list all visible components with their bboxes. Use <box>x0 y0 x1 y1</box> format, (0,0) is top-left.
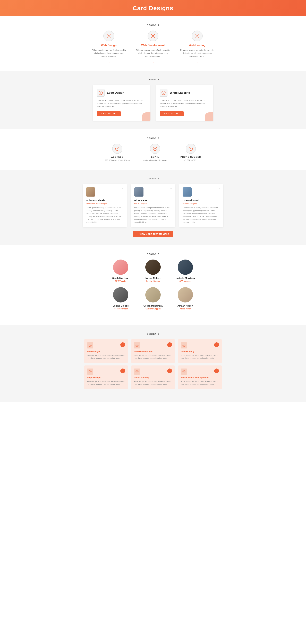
design4-card3-role: Graphic Designer <box>183 202 220 204</box>
design6-card5-desc: Et harum quidem rerum facilis expedita d… <box>134 380 172 386</box>
design3-card2-info: contact@mxbitservices.com <box>143 159 167 161</box>
design4-card3-name: Guto Ellwood <box>183 199 220 202</box>
card6-arrow-btn[interactable]: → <box>214 368 219 373</box>
svg-text:M: M <box>154 148 156 150</box>
isabella-role: SEO Manager <box>180 280 191 282</box>
card5-arrow-btn[interactable]: → <box>167 368 172 373</box>
isabella-name: Isabella Morrison <box>176 277 195 280</box>
design2-card1-button[interactable]: GET STARTED → <box>97 111 121 116</box>
web-design-icon-d6: M <box>87 342 93 348</box>
design4-card1-top: " <box>86 188 123 196</box>
design1-card3-arrow[interactable]: → <box>196 60 199 64</box>
design4-card1-role: WordPress-Web Designer <box>86 202 123 204</box>
design1-card2-desc: Et harum quidem rerum facilis expedita d… <box>134 48 172 58</box>
design6-card4-title: Logo Design <box>87 376 125 379</box>
design6-row1: M → Web Design Et harum quidem rerum fac… <box>0 339 306 363</box>
leland-role: Product Manager <box>113 308 128 310</box>
design6-row2: M → Logo Design Et harum quidem rerum fa… <box>0 366 306 389</box>
design5-label: DESIGN 5 <box>0 253 306 256</box>
web-hosting-icon-circle: M <box>192 30 203 42</box>
leland-name: Leland Bloggs <box>113 304 129 307</box>
logo-icon-d3-3: M <box>188 146 193 151</box>
design6-card6-title: Social Media Management <box>181 376 219 379</box>
design1-cards: M Web Design Et harum quidem rerum facil… <box>0 30 306 64</box>
design4-card2-name: Firat Hicks <box>134 199 172 202</box>
design3-card2-title: EMAIL <box>151 156 159 158</box>
web-hosting-icon-d6: M <box>181 342 187 348</box>
logo-design-icon-d6: M <box>87 368 93 374</box>
quote-icon-2: " <box>170 188 172 192</box>
isabella-avatar <box>178 260 193 275</box>
design2-card2-header: M White Labeling <box>160 89 209 97</box>
design6-card1-top: M → <box>87 342 125 348</box>
design5-row1: Sarah Morrison CEO/Founder Nayan Robert … <box>0 260 306 282</box>
logo-icon-d6-1: M <box>88 344 92 347</box>
design4-card-2: " Firat Hicks UI/UX Designer Lorem Ipsum… <box>131 184 175 227</box>
web-design-icon-circle: M <box>103 30 114 42</box>
design3-card3-info: +1 234 567 891 <box>184 159 197 161</box>
design1-card3-title: Web Hosting <box>189 44 205 47</box>
logo-icon-d3-1: M <box>115 146 120 151</box>
svg-text:M: M <box>163 92 164 94</box>
design1-card1-arrow[interactable]: → <box>107 60 110 64</box>
design5-leland-card: Leland Bloggs Product Manager <box>108 287 133 310</box>
design2-card2-button[interactable]: GET STARTED → <box>160 111 184 116</box>
card2-arrow-btn[interactable]: → <box>167 342 172 347</box>
nayan-role: Creative Director <box>146 280 160 282</box>
design6-label: DESIGN 6 <box>0 333 306 335</box>
card1-arrow-btn[interactable]: → <box>120 342 125 347</box>
view-more-testimonials-button[interactable]: → VIEW MORE TESTIMONIALS <box>133 231 173 237</box>
design2-section: DESIGN 2 M Logo Design Contrary to popul… <box>0 70 306 129</box>
design1-card1-title: Web Design <box>101 44 116 47</box>
leland-avatar <box>113 287 128 302</box>
ocean-avatar <box>145 287 161 302</box>
logo-design-icon: M <box>97 89 105 97</box>
design3-cards: M ADDRESS 113 Williamson Plaza, 09014 M … <box>0 144 306 161</box>
web-dev-icon-circle: M <box>147 30 159 42</box>
nayan-avatar <box>145 260 161 275</box>
corner-decoration <box>142 112 150 121</box>
design4-card3-desc: Lorem Ipsum is simply dummied text of th… <box>183 206 220 224</box>
quote-icon-1: " <box>122 188 123 192</box>
amaan-role: Article Writer <box>180 308 191 310</box>
design1-card2-arrow[interactable]: → <box>151 60 155 64</box>
address-icon: M <box>112 144 122 154</box>
web-dev-icon-d6: M <box>134 342 140 348</box>
svg-text:M: M <box>108 35 109 37</box>
design4-cards: " Solomon Fields WordPress-Web Designer … <box>0 184 306 227</box>
card4-arrow-btn[interactable]: → <box>120 368 125 373</box>
logo-icon-3: M <box>195 34 200 38</box>
svg-text:M: M <box>136 371 137 372</box>
ocean-name: Ocean Mcnamara <box>143 304 163 307</box>
guto-avatar <box>183 188 192 196</box>
social-media-icon-d6: M <box>181 368 187 374</box>
logo-icon-d6-5: M <box>135 370 139 373</box>
card3-arrow-btn[interactable]: → <box>214 342 219 347</box>
svg-text:M: M <box>190 148 191 150</box>
design1-card-3: M Web Hosting Et harum quidem rerum faci… <box>179 30 216 64</box>
design3-card3-title: PHONE NUMBER <box>181 156 201 158</box>
logo-icon-d2-1: M <box>98 90 103 95</box>
phone-icon: M <box>186 144 196 154</box>
ocean-role: Customer Support <box>145 308 161 310</box>
page-title: Card Designs <box>4 5 302 12</box>
design3-section: DESIGN 3 M ADDRESS 113 Williamson Plaza,… <box>0 129 306 170</box>
design2-label: DESIGN 2 <box>0 78 306 81</box>
design6-card3-top: M → <box>181 342 219 348</box>
sarah-avatar <box>113 260 128 275</box>
design5-isabella-card: Isabella Morrison SEO Manager <box>173 260 198 282</box>
logo-icon-d6-6: M <box>182 370 186 373</box>
corner-decoration-2 <box>205 112 213 121</box>
firat-avatar <box>134 188 143 196</box>
design6-card-2: M → Web Development Et harum quidem reru… <box>131 339 175 363</box>
design4-card-1: " Solomon Fields WordPress-Web Designer … <box>83 184 127 227</box>
page-header: Card Designs <box>0 0 306 16</box>
design1-card3-desc: Et harum quidem rerum facilis expedita d… <box>179 48 216 58</box>
svg-text:M: M <box>184 371 185 372</box>
amaan-avatar <box>178 287 193 302</box>
design1-card-2: M Web Development Et harum quidem rerum … <box>134 30 172 64</box>
design2-card-1: M Logo Design Contrary to popular belief… <box>93 85 150 121</box>
design2-card1-title: Logo Design <box>107 91 124 94</box>
design2-cards: M Logo Design Contrary to popular belief… <box>0 85 306 121</box>
nayan-name: Nayan Robert <box>145 277 161 280</box>
